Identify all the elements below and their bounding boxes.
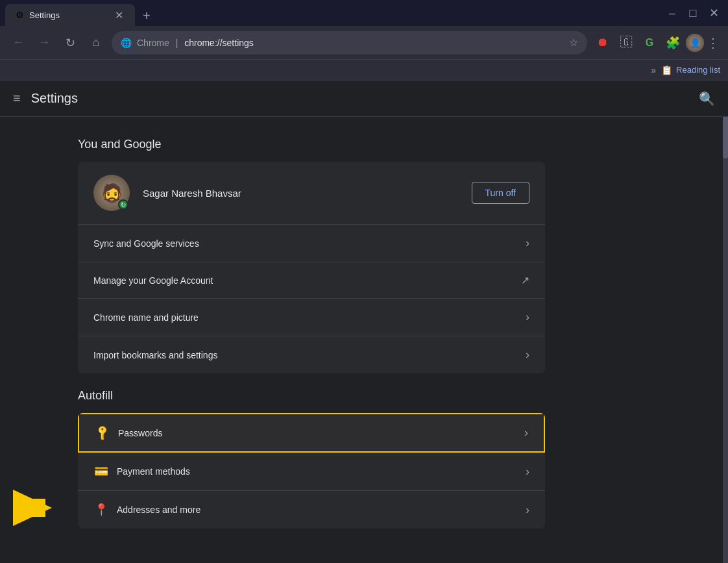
chevron-right-icon: › [526, 348, 529, 362]
import-bookmarks-row[interactable]: Import bookmarks and settings › [78, 336, 545, 373]
back-button[interactable]: ← [8, 32, 29, 53]
home-button[interactable]: ⌂ [86, 32, 106, 53]
title-bar: ⚙ Settings ✕ + – □ ✕ [0, 0, 728, 26]
chevron-right-icon: › [526, 236, 529, 250]
chevron-right-icon: › [524, 426, 528, 440]
extensions-puzzle-icon[interactable]: 🧩 [662, 32, 683, 53]
chevron-right-icon: › [526, 465, 529, 479]
reading-list-icon: 📋 [661, 65, 672, 75]
address-separator: | [176, 38, 178, 48]
profile-avatar-button[interactable]: 👤 [686, 34, 704, 52]
window-controls: – □ ✕ [663, 4, 723, 26]
browser-frame: ⚙ Settings ✕ + – □ ✕ ← → ↻ ⌂ 🌐 Chrome | … [0, 0, 728, 563]
tab-close-button[interactable]: ✕ [113, 9, 125, 21]
site-icon: 🌐 [121, 38, 132, 48]
payment-methods-label: Payment methods [117, 466, 518, 477]
autofill-card: 🔑 Passwords › 💳 Payment methods › [78, 413, 545, 529]
addresses-row[interactable]: 📍 Addresses and more › [78, 491, 545, 529]
autofill-title: Autofill [78, 389, 545, 403]
address-bar[interactable]: 🌐 Chrome | chrome://settings ☆ [112, 31, 587, 55]
close-button[interactable]: ✕ [705, 4, 723, 22]
autofill-section: Autofill 🔑 Passwords › 💳 Payment methods [78, 389, 545, 529]
address-text: Chrome | chrome://settings [137, 38, 564, 48]
chevron-right-icon: › [526, 310, 529, 324]
external-link-icon: ↗ [521, 274, 529, 286]
chrome-name-row[interactable]: Chrome name and picture › [78, 299, 545, 336]
addresses-location-icon: 📍 [93, 503, 109, 517]
addresses-label: Addresses and more [117, 505, 518, 515]
chrome-menu-button[interactable]: ⋮ [707, 35, 720, 51]
settings-content: You and Google 🧔 ↻ Sagar Naresh Bhavsar … [0, 117, 584, 563]
sync-services-label: Sync and Google services [93, 238, 518, 249]
maximize-button[interactable]: □ [684, 4, 702, 22]
sidebar-menu-icon[interactable]: ≡ [13, 91, 21, 106]
manage-account-label: Manage your Google Account [93, 275, 513, 286]
reload-button[interactable]: ↻ [60, 32, 80, 53]
extension-translate-icon[interactable]: 🇬 [616, 32, 637, 53]
reading-bar: » 📋 Reading list [0, 60, 728, 81]
extension-g-icon[interactable]: G [639, 32, 660, 53]
chevron-right-icon: › [526, 503, 529, 517]
avatar: 🧔 ↻ [93, 175, 130, 211]
scrollbar[interactable] [723, 81, 728, 563]
chrome-name-label: Chrome name and picture [93, 312, 518, 323]
import-bookmarks-label: Import bookmarks and settings [93, 350, 518, 360]
passwords-row[interactable]: 🔑 Passwords › [78, 413, 545, 453]
browser-toolbar: ← → ↻ ⌂ 🌐 Chrome | chrome://settings ☆ ⏺… [0, 26, 728, 60]
account-name: Sagar Naresh Bhavsar [143, 188, 459, 199]
profile-image: 👤 [686, 34, 704, 52]
active-tab[interactable]: ⚙ Settings ✕ [5, 4, 135, 26]
arrow-shaft [13, 499, 45, 517]
minimize-button[interactable]: – [663, 4, 681, 22]
sync-services-row[interactable]: Sync and Google services › [78, 225, 545, 262]
arrow-annotation [0, 490, 84, 526]
tab-strip: ⚙ Settings ✕ + [5, 4, 663, 26]
page-area: ≡ Settings 🔍 You and Google 🧔 ↻ [0, 81, 728, 563]
settings-main: ≡ Settings 🔍 You and Google 🧔 ↻ [0, 81, 728, 563]
passwords-key-icon: 🔑 [93, 423, 112, 442]
address-url: chrome://settings [184, 38, 254, 48]
reading-list-label-text: Reading list [676, 65, 720, 75]
reading-list-button[interactable]: 📋 Reading list [661, 65, 720, 75]
toolbar-extensions: ⏺ 🇬 G 🧩 👤 ⋮ [592, 32, 720, 53]
page-title: Settings [31, 91, 688, 106]
payment-methods-row[interactable]: 💳 Payment methods › [78, 453, 545, 491]
reading-bar-chevron-icon[interactable]: » [651, 65, 656, 75]
settings-header: ≡ Settings 🔍 [0, 81, 728, 117]
bookmark-icon[interactable]: ☆ [569, 36, 578, 49]
extension-record-icon[interactable]: ⏺ [592, 32, 613, 53]
passwords-label: Passwords [118, 428, 516, 438]
sync-badge: ↻ [118, 199, 128, 210]
you-and-google-title: You and Google [78, 138, 545, 151]
you-and-google-section: You and Google 🧔 ↻ Sagar Naresh Bhavsar … [78, 138, 545, 373]
account-row: 🧔 ↻ Sagar Naresh Bhavsar Turn off [78, 162, 545, 225]
turn-off-button[interactable]: Turn off [472, 182, 529, 204]
forward-button[interactable]: → [34, 32, 55, 53]
site-name: Chrome [137, 38, 169, 48]
manage-account-row[interactable]: Manage your Google Account ↗ [78, 262, 545, 299]
search-icon[interactable]: 🔍 [699, 91, 715, 106]
you-and-google-card: 🧔 ↻ Sagar Naresh Bhavsar Turn off Sync a… [78, 162, 545, 373]
tab-favicon: ⚙ [16, 10, 24, 20]
payment-card-icon: 💳 [93, 464, 109, 479]
new-tab-button[interactable]: + [138, 6, 156, 26]
tab-title: Settings [29, 10, 108, 20]
